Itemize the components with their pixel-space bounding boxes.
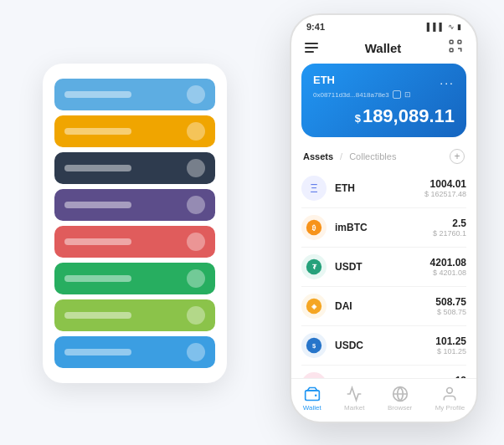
card-icon-1: [187, 85, 205, 104]
hamburger-line-1: [305, 43, 318, 44]
dai-icon: ◈: [301, 294, 327, 319]
svg-rect-11: [305, 391, 319, 401]
eth-balance-currency: $: [355, 112, 361, 125]
bottom-nav: Wallet Market Browser My: [291, 378, 476, 422]
stack-card-3: [54, 152, 215, 184]
page-title: Wallet: [365, 41, 402, 55]
usdc-values: 101.25 $ 101.25: [435, 335, 466, 355]
nav-browser-label: Browser: [388, 404, 412, 412]
imbtc-amount: 2.5: [433, 217, 466, 229]
card-icon-6: [187, 269, 205, 288]
eth-more-button[interactable]: ...: [440, 74, 455, 87]
asset-item-dai[interactable]: ◈ DAI 508.75 $ 508.75: [301, 287, 466, 326]
add-asset-button[interactable]: +: [450, 149, 465, 164]
nav-browser[interactable]: Browser: [388, 386, 412, 412]
asset-item-tft[interactable]: 🌱 TFT 13 0: [301, 366, 466, 378]
nav-wallet-label: Wallet: [303, 404, 321, 412]
status-icons: ▌▌▌ ∿ ▮: [427, 23, 461, 31]
phone-mockup: 9:41 ▌▌▌ ∿ ▮ Wallet: [290, 13, 478, 423]
scan-button[interactable]: [448, 38, 463, 57]
card-icon-7: [187, 306, 205, 325]
assets-tabs: Assets / Collectibles: [303, 151, 396, 161]
asset-item-eth[interactable]: Ξ ETH 1004.01 $ 162517.48: [301, 169, 466, 208]
eth-usd: $ 162517.48: [424, 190, 466, 198]
imbtc-values: 2.5 $ 21760.1: [433, 217, 466, 238]
status-bar: 9:41 ▌▌▌ ∿ ▮: [291, 15, 476, 35]
svg-rect-2: [450, 49, 453, 52]
usdt-values: 4201.08 $ 4201.08: [430, 257, 466, 277]
svg-point-12: [315, 394, 317, 396]
card-label-5: [64, 238, 131, 245]
hamburger-line-3: [305, 51, 314, 53]
card-label-8: [64, 349, 131, 355]
asset-item-usdt[interactable]: ₮ USDT 4201.08 $ 4201.08: [301, 248, 466, 287]
svg-point-14: [447, 388, 453, 394]
wifi-icon: ∿: [448, 23, 455, 31]
card-label-1: [64, 91, 131, 98]
eth-card-title: ETH: [313, 74, 335, 86]
card-label-4: [64, 202, 131, 208]
card-icon-5: [187, 233, 205, 251]
eth-card-top: ETH ...: [313, 74, 455, 87]
svg-rect-1: [458, 40, 461, 43]
eth-balance-amount: 189,089.11: [363, 105, 455, 126]
stack-card-1: [54, 79, 215, 110]
dai-usd: $ 508.75: [435, 308, 466, 316]
eth-values: 1004.01 $ 162517.48: [424, 178, 466, 198]
card-icon-4: [187, 196, 205, 214]
imbtc-name: imBTC: [335, 222, 433, 233]
nav-market[interactable]: Market: [344, 386, 364, 412]
stack-card-4: [54, 189, 215, 221]
eth-address: 0x08711d3d...8418a78e3 ⊡: [313, 90, 455, 99]
usdc-name: USDC: [335, 340, 435, 351]
tft-icon: 🌱: [301, 372, 327, 378]
stack-card-5: [54, 226, 215, 258]
dai-values: 508.75 $ 508.75: [435, 296, 466, 316]
usdt-icon: ₮: [301, 254, 327, 279]
usdc-usd: $ 101.25: [435, 347, 466, 355]
eth-balance: $189,089.11: [313, 105, 455, 127]
card-icon-3: [187, 159, 205, 177]
eth-wallet-card: ETH ... 0x08711d3d...8418a78e3 ⊡ $189,08…: [301, 64, 466, 137]
fingerprint-icon: ⊡: [404, 90, 411, 99]
stack-card-6: [54, 263, 215, 294]
usdt-usd: $ 4201.08: [430, 269, 466, 277]
tab-assets[interactable]: Assets: [303, 151, 333, 161]
nav-wallet[interactable]: Wallet: [303, 386, 321, 412]
svg-rect-0: [450, 40, 453, 43]
eth-address-text: 0x08711d3d...8418a78e3: [313, 91, 389, 99]
card-icon-8: [187, 343, 205, 361]
hamburger-button[interactable]: [305, 43, 318, 53]
asset-item-imbtc[interactable]: ₿ imBTC 2.5 $ 21760.1: [301, 208, 466, 248]
card-icon-2: [187, 122, 205, 141]
assets-header: Assets / Collectibles +: [291, 146, 476, 169]
nav-profile[interactable]: My Profile: [435, 386, 465, 412]
usdt-name: USDT: [335, 261, 430, 273]
usdt-amount: 4201.08: [430, 257, 466, 269]
app-header: Wallet: [291, 35, 476, 64]
asset-item-usdc[interactable]: $ USDC 101.25 $ 101.25: [301, 326, 466, 366]
tab-divider: /: [340, 151, 342, 161]
dai-name: DAI: [335, 300, 435, 312]
eth-amount: 1004.01: [424, 178, 466, 190]
dai-amount: 508.75: [435, 296, 466, 308]
stack-card-7: [54, 299, 215, 331]
hamburger-line-2: [305, 47, 318, 49]
signal-icon: ▌▌▌: [427, 23, 445, 31]
asset-list: Ξ ETH 1004.01 $ 162517.48 ₿ imBTC 2.5: [291, 169, 476, 378]
tab-collectibles[interactable]: Collectibles: [349, 151, 396, 161]
stack-card-2: [54, 115, 215, 147]
nav-profile-label: My Profile: [435, 404, 465, 412]
battery-icon: ▮: [457, 23, 461, 31]
eth-name: ETH: [335, 182, 424, 194]
imbtc-usd: $ 21760.1: [433, 229, 466, 238]
copy-address-icon[interactable]: [393, 90, 401, 99]
card-label-6: [64, 275, 131, 282]
usdc-icon: $: [301, 333, 327, 358]
stack-card-8: [54, 336, 215, 368]
usdc-amount: 101.25: [435, 335, 466, 347]
eth-icon: Ξ: [301, 176, 327, 201]
nav-market-label: Market: [344, 404, 364, 412]
status-time: 9:41: [306, 22, 325, 32]
card-label-2: [64, 128, 131, 135]
